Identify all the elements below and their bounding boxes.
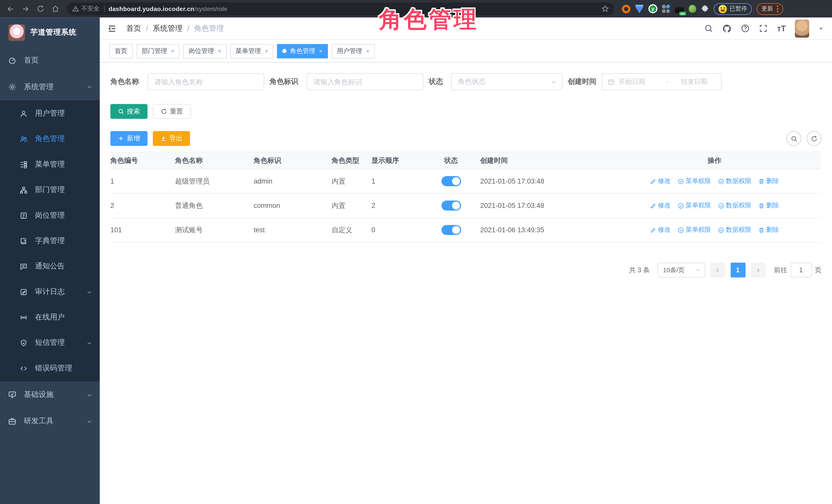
delete-action[interactable]: 删除 — [758, 226, 779, 235]
help-icon[interactable] — [741, 24, 750, 33]
profile-avatar-emoji — [719, 5, 727, 13]
browser-menu-icon[interactable] — [777, 5, 778, 12]
col-role-type: 角色类型 — [332, 156, 371, 165]
sidebar-item-home[interactable]: 首页 — [0, 47, 100, 74]
bookmark-star-icon[interactable] — [601, 5, 609, 13]
reset-button[interactable]: 重置 — [153, 104, 191, 119]
page-number-1[interactable]: 1 — [730, 263, 745, 277]
sidebar-item-dev-tools[interactable]: 研发工具 — [0, 408, 100, 434]
chevron-down-icon — [551, 79, 556, 85]
status-select[interactable]: 角色状态 — [451, 73, 563, 90]
role-name-input[interactable] — [148, 73, 264, 90]
tab-menu-mgmt[interactable]: 菜单管理 × — [230, 44, 274, 58]
close-icon[interactable]: × — [171, 48, 174, 54]
tab-role-mgmt[interactable]: 角色管理 × — [277, 44, 328, 58]
org-icon — [20, 186, 28, 194]
search-icon[interactable] — [704, 24, 713, 33]
sidebar-item-role-mgmt[interactable]: 角色管理 — [0, 126, 100, 152]
user-avatar[interactable] — [795, 20, 809, 37]
export-button[interactable]: 导出 — [153, 131, 190, 146]
search-icon — [118, 108, 124, 114]
circle-check-icon — [718, 227, 724, 233]
extension-orange-icon[interactable] — [622, 5, 630, 13]
add-button[interactable]: 新增 — [110, 131, 148, 146]
edit-action[interactable]: 修改 — [650, 201, 671, 210]
status-toggle[interactable] — [441, 201, 461, 210]
prev-page-button[interactable] — [710, 263, 725, 277]
caret-down-icon[interactable] — [818, 26, 824, 31]
cell-role-name: 超级管理员 — [175, 176, 254, 186]
sidebar-fold-icon[interactable] — [107, 24, 116, 33]
sidebar-item-sms-mgmt[interactable]: 短信管理 — [0, 330, 100, 355]
circle-check-icon — [678, 203, 684, 209]
sidebar-item-menu-mgmt[interactable]: 菜单管理 — [0, 152, 100, 177]
data-permission-action[interactable]: 数据权限 — [718, 201, 751, 210]
update-button[interactable]: 更新 — [757, 3, 783, 15]
goto-page-input[interactable] — [790, 263, 812, 277]
data-permission-action[interactable]: 数据权限 — [718, 226, 751, 235]
tab-home[interactable]: 首页 — [109, 44, 133, 58]
sidebar-item-post-mgmt[interactable]: 岗位管理 — [0, 203, 100, 228]
refresh-icon[interactable] — [34, 2, 47, 15]
sidebar-item-audit-log[interactable]: 审计日志 — [0, 279, 100, 304]
sidebar-item-notice[interactable]: 通知公告 — [0, 254, 100, 279]
menu-permission-action[interactable]: 菜单权限 — [678, 226, 711, 235]
close-icon[interactable]: × — [319, 48, 322, 54]
menu-permission-action[interactable]: 菜单权限 — [678, 201, 711, 210]
sidebar-item-system[interactable]: 系统管理 — [0, 74, 100, 100]
trash-icon — [758, 227, 764, 233]
breadcrumb-home[interactable]: 首页 — [126, 24, 141, 33]
delete-action[interactable]: 删除 — [758, 177, 779, 186]
status-toggle[interactable] — [441, 176, 461, 186]
active-dot — [283, 49, 287, 53]
data-permission-action[interactable]: 数据权限 — [718, 177, 751, 186]
extension-plant-icon[interactable] — [689, 5, 696, 13]
sidebar-item-dict-mgmt[interactable]: 字典管理 — [0, 228, 100, 254]
status-toggle[interactable] — [441, 225, 461, 235]
extension-on-icon[interactable]: on — [675, 5, 684, 12]
address-bar[interactable]: 不安全 dashboard.yudao.iocoder.cn /system/r… — [67, 2, 615, 15]
calendar-icon — [608, 78, 615, 85]
role-name-label: 角色名称 — [110, 77, 148, 86]
toggle-search-button[interactable] — [786, 131, 801, 146]
trash-icon — [758, 203, 764, 209]
extension-grid-icon[interactable] — [662, 5, 670, 13]
extension-gem-icon[interactable] — [635, 6, 644, 13]
close-icon[interactable]: × — [218, 48, 221, 54]
page-size-select[interactable]: 10条/页 — [657, 263, 705, 277]
tab-user-mgmt[interactable]: 用户管理 × — [332, 44, 375, 58]
app-logo[interactable]: 芋道管理系统 — [0, 18, 100, 47]
breadcrumb-system[interactable]: 系统管理 — [153, 24, 183, 33]
refresh-table-button[interactable] — [807, 131, 822, 146]
sidebar-item-online-users[interactable]: 在线用户 — [0, 304, 100, 330]
extensions-puzzle-icon[interactable] — [701, 5, 709, 13]
home-icon[interactable] — [49, 2, 61, 15]
close-icon[interactable]: × — [366, 48, 369, 54]
close-icon[interactable]: × — [265, 48, 268, 54]
github-icon[interactable] — [723, 24, 732, 33]
sidebar-item-error-code[interactable]: 错误码管理 — [0, 355, 100, 381]
role-table: 角色编号 角色名称 角色标识 角色类型 显示顺序 状态 创建时间 操作 1 超级… — [110, 152, 821, 242]
next-page-button[interactable] — [751, 263, 765, 277]
date-range-picker[interactable]: 开始日期 - 结束日期 — [602, 73, 722, 90]
search-button[interactable]: 搜索 — [110, 104, 148, 119]
edit-action[interactable]: 修改 — [650, 226, 671, 235]
role-key-input[interactable] — [307, 73, 423, 90]
sidebar-item-infrastructure[interactable]: 基础设施 — [0, 381, 100, 408]
tab-post-mgmt[interactable]: 岗位管理 × — [183, 44, 227, 58]
sidebar-item-dept-mgmt[interactable]: 部门管理 — [0, 177, 100, 203]
extension-green-icon[interactable]: y — [648, 4, 657, 13]
font-size-icon[interactable]: ᴛT — [777, 24, 786, 33]
forward-icon[interactable] — [19, 2, 32, 15]
security-indicator[interactable]: 不安全 — [72, 5, 100, 13]
profile-paused-chip[interactable]: 已暂停 — [714, 3, 752, 15]
fullscreen-icon[interactable] — [759, 24, 768, 33]
download-icon — [160, 135, 167, 142]
table-header-row: 角色编号 角色名称 角色标识 角色类型 显示顺序 状态 创建时间 操作 — [110, 152, 821, 169]
delete-action[interactable]: 删除 — [758, 201, 779, 210]
menu-permission-action[interactable]: 菜单权限 — [678, 177, 711, 186]
back-icon[interactable] — [4, 2, 17, 15]
tab-dept-mgmt[interactable]: 部门管理 × — [136, 44, 180, 58]
edit-action[interactable]: 修改 — [650, 177, 671, 186]
sidebar-item-user-mgmt[interactable]: 用户管理 — [0, 101, 100, 126]
